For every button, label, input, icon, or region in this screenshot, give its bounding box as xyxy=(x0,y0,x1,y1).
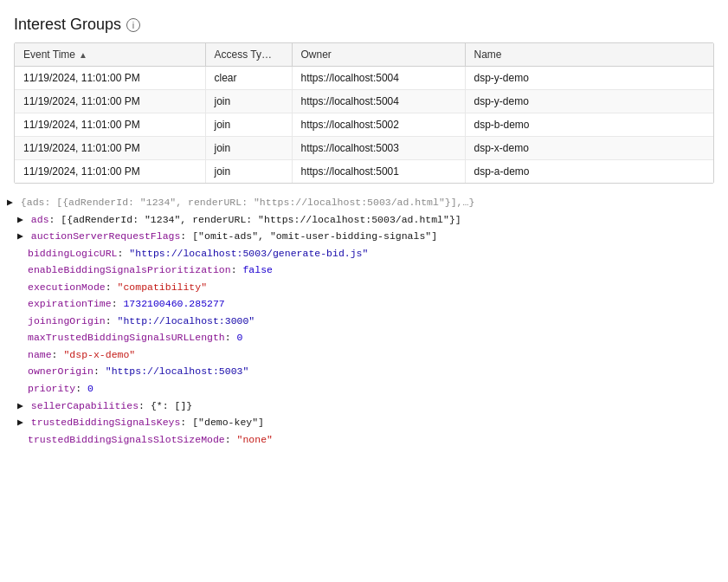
json-owner-origin-key: ownerOrigin xyxy=(28,363,93,380)
json-joining-key: joiningOrigin xyxy=(28,313,106,330)
cell-name: dsp-y-demo xyxy=(465,90,713,113)
json-enable-key: enableBiddingSignalsPrioritization xyxy=(28,262,231,279)
json-enable-line: enableBiddingSignalsPrioritization: fals… xyxy=(7,262,721,279)
cell-owner: https://localhost:5004 xyxy=(292,67,465,90)
col-header-event-time[interactable]: Event Time ▲ xyxy=(15,43,205,67)
json-seller-toggle[interactable]: ▶ xyxy=(17,398,29,415)
cell-access_type: clear xyxy=(205,67,292,90)
table-header-row: Event Time ▲ Access Ty… Owner xyxy=(15,43,713,67)
json-top-collapsed-line: ▶ {ads: [{adRenderId: "1234", renderURL:… xyxy=(7,194,721,211)
json-name-val: "dsp-x-demo" xyxy=(63,346,135,364)
json-owner-origin-line: ownerOrigin: "https://localhost:5003" xyxy=(7,363,721,380)
section-header: Interest Groups i xyxy=(0,9,728,42)
json-seller-line: ▶ sellerCapabilities: {*: []} xyxy=(7,398,721,415)
cell-access_type: join xyxy=(205,90,292,113)
table-row[interactable]: 11/19/2024, 11:01:00 PMjoinhttps://local… xyxy=(15,160,713,184)
json-max-trusted-line: maxTrustedBiddingSignalsURLLength: 0 xyxy=(7,329,721,346)
json-auction-key: auctionServerRequestFlags xyxy=(31,228,181,245)
table-body: 11/19/2024, 11:01:00 PMclearhttps://loca… xyxy=(15,67,713,184)
cell-event_time: 11/19/2024, 11:01:00 PM xyxy=(15,160,205,184)
col-header-owner[interactable]: Owner xyxy=(292,43,465,67)
json-priority-line: priority: 0 xyxy=(7,380,721,398)
col-header-name[interactable]: Name xyxy=(465,43,713,67)
json-priority-val: 0 xyxy=(87,380,93,398)
json-bidding-url[interactable]: "https://localhost:5003/generate-bid.js" xyxy=(129,245,368,262)
json-top-toggle[interactable]: ▶ xyxy=(7,194,19,211)
json-auction-flags-line: ▶ auctionServerRequestFlags: ["omit-ads"… xyxy=(7,228,721,245)
cell-event_time: 11/19/2024, 11:01:00 PM xyxy=(15,90,205,113)
sort-icon-event-time: ▲ xyxy=(79,50,87,60)
cell-access_type: join xyxy=(205,137,292,160)
json-ads-key: ads xyxy=(31,211,49,229)
cell-event_time: 11/19/2024, 11:01:00 PM xyxy=(15,113,205,137)
json-trusted-slot-key: trustedBiddingSignalsSlotSizeMode xyxy=(28,431,225,449)
json-name-line: name: "dsp-x-demo" xyxy=(7,346,721,364)
cell-access_type: join xyxy=(205,113,292,137)
table-wrapper: Event Time ▲ Access Ty… Owner xyxy=(14,42,714,184)
json-trusted-keys-key: trustedBiddingSignalsKeys xyxy=(31,414,181,431)
json-bidding-key: biddingLogicURL xyxy=(28,245,118,262)
json-seller-key: sellerCapabilities xyxy=(31,398,139,415)
cell-access_type: join xyxy=(205,160,292,184)
cell-owner: https://localhost:5004 xyxy=(292,90,465,113)
json-auction-toggle[interactable]: ▶ xyxy=(17,228,29,245)
json-name-key: name xyxy=(28,346,52,364)
json-enable-val: false xyxy=(242,262,273,279)
cell-event_time: 11/19/2024, 11:01:00 PM xyxy=(15,137,205,160)
cell-name: dsp-y-demo xyxy=(465,67,713,90)
json-joining-url[interactable]: "http://localhost:3000" xyxy=(118,313,255,330)
json-joining-line: joiningOrigin: "http://localhost:3000" xyxy=(7,313,721,330)
json-seller-val: {*: []} xyxy=(151,398,192,415)
json-priority-key: priority xyxy=(28,380,75,398)
json-execution-key: executionMode xyxy=(28,279,106,296)
col-header-access-type[interactable]: Access Ty… xyxy=(205,43,292,67)
json-execution-line: executionMode: "compatibility" xyxy=(7,279,721,296)
table-row[interactable]: 11/19/2024, 11:01:00 PMclearhttps://loca… xyxy=(15,67,713,90)
json-max-trusted-val: 0 xyxy=(237,329,243,346)
json-max-trusted-key: maxTrustedBiddingSignalsURLLength xyxy=(28,329,225,346)
json-auction-val: ["omit-ads", "omit-user-bidding-signals"… xyxy=(192,228,437,245)
json-owner-origin-url[interactable]: "https://localhost:5003" xyxy=(106,363,249,380)
json-trusted-keys-toggle[interactable]: ▶ xyxy=(17,414,29,431)
cell-owner: https://localhost:5003 xyxy=(292,137,465,160)
cell-event_time: 11/19/2024, 11:01:00 PM xyxy=(15,67,205,90)
table-row[interactable]: 11/19/2024, 11:01:00 PMjoinhttps://local… xyxy=(15,113,713,137)
json-top-preview: {ads: [{adRenderId: "1234", renderURL: "… xyxy=(21,194,475,211)
table-row[interactable]: 11/19/2024, 11:01:00 PMjoinhttps://local… xyxy=(15,137,713,160)
interest-groups-table: Event Time ▲ Access Ty… Owner xyxy=(15,43,713,183)
info-icon[interactable]: i xyxy=(126,18,140,32)
page-container: Interest Groups i Event Time ▲ Access Ty… xyxy=(0,0,728,460)
cell-name: dsp-b-demo xyxy=(465,113,713,137)
json-trusted-keys-val: ["demo-key"] xyxy=(192,414,264,431)
cell-name: dsp-a-demo xyxy=(465,160,713,184)
cell-owner: https://localhost:5001 xyxy=(292,160,465,184)
json-ads-toggle[interactable]: ▶ xyxy=(17,211,29,229)
json-execution-val: "compatibility" xyxy=(118,279,208,296)
json-expiration-val: 1732100460.285277 xyxy=(123,295,224,313)
json-ads-line: ▶ ads: [{adRenderId: "1234", renderURL: … xyxy=(7,211,721,229)
json-trusted-slot-val: "none" xyxy=(237,431,273,449)
cell-name: dsp-x-demo xyxy=(465,137,713,160)
json-bidding-line: biddingLogicURL: "https://localhost:5003… xyxy=(7,245,721,262)
section-title: Interest Groups xyxy=(14,16,121,34)
table-row[interactable]: 11/19/2024, 11:01:00 PMjoinhttps://local… xyxy=(15,90,713,113)
json-trusted-slot-line: trustedBiddingSignalsSlotSizeMode: "none… xyxy=(7,431,721,449)
cell-owner: https://localhost:5002 xyxy=(292,113,465,137)
json-expiration-line: expirationTime: 1732100460.285277 xyxy=(7,295,721,313)
json-trusted-keys-line: ▶ trustedBiddingSignalsKeys: ["demo-key"… xyxy=(7,414,721,431)
json-detail-tree: ▶ {ads: [{adRenderId: "1234", renderURL:… xyxy=(0,191,728,451)
json-expiration-key: expirationTime xyxy=(28,295,112,313)
